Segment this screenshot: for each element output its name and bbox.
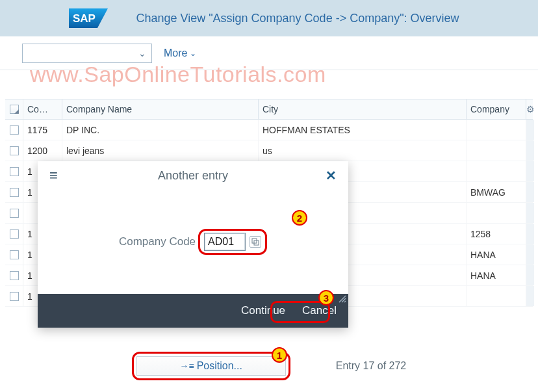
cell-company[interactable]: 1258 bbox=[467, 224, 526, 244]
col-company-name[interactable]: Company Name bbox=[62, 99, 259, 119]
value-help-icon[interactable] bbox=[250, 236, 261, 248]
scrollbar-track[interactable] bbox=[526, 161, 534, 181]
scrollbar-track[interactable] bbox=[526, 203, 534, 223]
row-checkbox[interactable] bbox=[10, 125, 19, 135]
cell-company[interactable] bbox=[467, 161, 526, 181]
row-checkbox[interactable] bbox=[10, 271, 19, 280]
scrollbar-track[interactable] bbox=[526, 265, 534, 285]
more-menu[interactable]: More ⌄ bbox=[164, 47, 196, 59]
cell-company[interactable] bbox=[467, 140, 526, 161]
company-code-input[interactable] bbox=[204, 233, 246, 251]
row-checkbox[interactable] bbox=[10, 292, 19, 301]
company-code-label: Company Code bbox=[119, 235, 196, 248]
dialog-title: Another entry bbox=[158, 169, 228, 183]
cell-city: HOFFMAN ESTATES bbox=[259, 120, 467, 140]
select-all-checkbox[interactable]: ◢ bbox=[5, 99, 23, 119]
scrollbar-track[interactable] bbox=[526, 120, 534, 140]
col-city[interactable]: City bbox=[259, 99, 467, 119]
cell-code: 1200 bbox=[23, 140, 62, 161]
view-selector-dropdown[interactable]: ⌄ bbox=[22, 44, 152, 63]
scrollbar-track[interactable] bbox=[526, 224, 534, 244]
dialog-header: ≡ Another entry ✕ bbox=[38, 161, 348, 190]
position-button[interactable]: →≡ Position... bbox=[136, 356, 286, 376]
cell-name: DP INC. bbox=[62, 120, 259, 140]
goto-icon: →≡ bbox=[180, 361, 194, 371]
cell-company[interactable]: HANA bbox=[467, 265, 526, 285]
cell-code: 1175 bbox=[23, 120, 62, 140]
app-header: SAP Change View "Assign Company Code -> … bbox=[0, 0, 538, 36]
table-row[interactable]: 1200 levi jeans us bbox=[5, 140, 533, 161]
dialog-footer: Continue Cancel bbox=[38, 294, 348, 328]
cell-company[interactable]: BMWAG bbox=[467, 182, 526, 202]
row-checkbox[interactable] bbox=[10, 188, 19, 197]
row-checkbox[interactable] bbox=[10, 209, 19, 218]
table-row[interactable]: 1175 DP INC. HOFFMAN ESTATES bbox=[5, 120, 533, 140]
cell-company[interactable] bbox=[467, 203, 526, 223]
scrollbar-track[interactable] bbox=[526, 286, 534, 306]
col-company[interactable]: Company bbox=[467, 99, 526, 119]
entry-counter: Entry 17 of 272 bbox=[336, 360, 407, 372]
table-settings-button[interactable]: ⚙ bbox=[526, 99, 534, 119]
row-checkbox[interactable] bbox=[10, 250, 19, 259]
page-title: Change View "Assign Company Code -> Comp… bbox=[69, 12, 526, 25]
scrollbar-track[interactable] bbox=[526, 244, 534, 265]
scrollbar-track[interactable] bbox=[526, 140, 534, 161]
cell-city: us bbox=[259, 140, 467, 161]
annotation-outline: →≡ Position... bbox=[132, 352, 290, 380]
continue-button[interactable]: Continue bbox=[241, 304, 285, 317]
menu-icon[interactable]: ≡ bbox=[49, 167, 58, 184]
position-label: Position... bbox=[197, 360, 242, 372]
another-entry-dialog: ≡ Another entry ✕ Company Code Continue … bbox=[38, 161, 348, 328]
chevron-down-icon: ⌄ bbox=[190, 49, 196, 58]
row-checkbox[interactable] bbox=[10, 229, 19, 239]
svg-text:SAP: SAP bbox=[73, 12, 96, 25]
table-footer: →≡ Position... Entry 17 of 272 bbox=[0, 352, 538, 380]
cancel-button[interactable]: Cancel bbox=[302, 304, 337, 317]
sap-logo: SAP bbox=[69, 8, 108, 28]
scrollbar-track[interactable] bbox=[526, 182, 534, 202]
resize-handle-icon[interactable] bbox=[338, 294, 347, 303]
table-header-row: ◢ Co… Company Name City Company ⚙ bbox=[5, 99, 533, 120]
cell-company[interactable] bbox=[467, 286, 526, 306]
chevron-down-icon: ⌄ bbox=[138, 48, 146, 59]
gear-icon: ⚙ bbox=[526, 104, 534, 114]
col-company-code[interactable]: Co… bbox=[23, 99, 62, 119]
more-label: More bbox=[164, 47, 187, 59]
toolbar: ⌄ More ⌄ bbox=[0, 36, 538, 70]
cell-company[interactable]: HANA bbox=[467, 244, 526, 265]
cell-company[interactable] bbox=[467, 120, 526, 140]
row-checkbox[interactable] bbox=[10, 146, 19, 155]
row-checkbox[interactable] bbox=[10, 167, 19, 176]
cell-name: levi jeans bbox=[62, 140, 259, 161]
close-icon[interactable]: ✕ bbox=[326, 168, 337, 183]
dialog-body: Company Code bbox=[38, 190, 348, 294]
company-code-controls bbox=[198, 229, 267, 255]
